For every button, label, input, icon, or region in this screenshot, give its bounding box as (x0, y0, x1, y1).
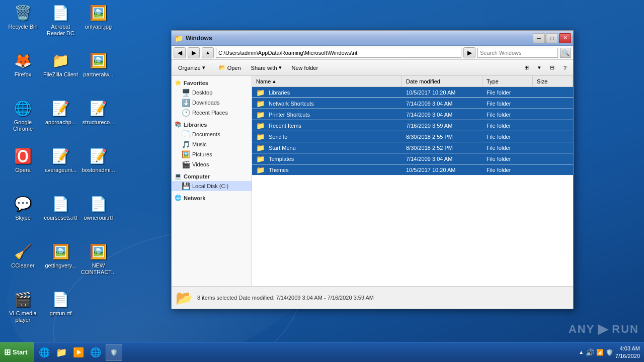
share-with-button[interactable]: Share with ▾ (247, 61, 286, 74)
desktop-icon-structureco[interactable]: 📝 structureco... (79, 98, 117, 126)
file-type-1: File folder (482, 101, 533, 107)
onlyapr-icon: 🖼️ (89, 3, 109, 23)
maximize-button[interactable]: □ (546, 33, 558, 43)
desktop-icon-opera[interactable]: 🅾️ Opera (4, 146, 42, 173)
view-dropdown-button[interactable]: ▾ (533, 61, 545, 74)
desktop-icon-gmtun[interactable]: 📄 gmtun.rtf (42, 289, 79, 317)
new-folder-button[interactable]: New folder (287, 61, 323, 74)
back-button[interactable]: ◀ (174, 47, 186, 58)
desktop-icon-onlyapr[interactable]: 🖼️ onlyapr.jpg (79, 3, 117, 30)
tray-clock[interactable]: 4:03 AM 7/16/2020 (615, 345, 640, 359)
forward-button[interactable]: ▶ (188, 47, 200, 58)
table-row[interactable]: 📁 Start Menu 8/30/2018 2:52 PM File fold… (252, 142, 573, 153)
organize-button[interactable]: Organize ▾ (174, 61, 210, 74)
tray-show-hidden[interactable]: ▲ (579, 349, 584, 355)
folder-icon-5: 📁 (256, 144, 265, 152)
search-input[interactable] (477, 48, 558, 58)
sidebar-item-downloads[interactable]: ⬇️ Downloads (172, 98, 252, 108)
sidebar-item-documents[interactable]: 📄 Documents (172, 129, 252, 139)
table-row[interactable]: 📁 Network Shortcuts 7/14/2009 3:04 AM Fi… (252, 98, 573, 109)
tray-volume-icon[interactable]: 🔊 (586, 348, 594, 356)
desktop-icon-bostonadmi[interactable]: 📝 bostonadmi... (79, 146, 117, 173)
start-button[interactable]: ⊞ Start (0, 342, 34, 363)
desktop-icon-ccleaner[interactable]: 🧹 CCleaner (4, 241, 42, 269)
column-header-size[interactable]: Size (533, 76, 573, 86)
desktop-icon-newcontract[interactable]: 🖼️ NEW CONTRACT... (79, 241, 117, 276)
tray-security-icon[interactable]: 🛡️ (606, 349, 613, 356)
sort-icon: ▴ (273, 78, 276, 84)
column-header-date[interactable]: Date modified (402, 76, 482, 86)
computer-section: 💻 Computer 💾 Local Disk (C:) (172, 171, 252, 191)
desktop-icon-ownerour[interactable]: 📄 ownerour.rtf (79, 194, 117, 221)
desktop-icon-recycle-bin[interactable]: 🗑️ Recycle Bin (4, 3, 42, 30)
opera-label: Opera (4, 167, 42, 173)
taskbar-explorer-icon[interactable]: 📁 (53, 344, 69, 360)
onlyapr-label: onlyapr.jpg (79, 24, 117, 30)
network-icon: 🌐 (175, 195, 182, 201)
desktop-icon-filezilla[interactable]: 📁 FileZilla Client (42, 50, 79, 78)
skype-label: Skype (4, 215, 42, 221)
open-button[interactable]: 📂 Open (214, 61, 246, 74)
table-row[interactable]: 📁 Themes 10/5/2017 10:20 AM File folder (252, 164, 573, 175)
table-row[interactable]: 📁 Printer Shortcuts 7/14/2009 3:04 AM Fi… (252, 109, 573, 120)
address-go-button[interactable]: ▶ (463, 47, 475, 58)
table-row[interactable]: 📁 Recent Items 7/16/2020 3:59 AM File fo… (252, 120, 573, 131)
watermark-text2: RUN (612, 323, 639, 336)
favorites-header[interactable]: ⭐ Favorites (172, 78, 252, 87)
help-button[interactable]: ? (559, 61, 571, 74)
details-pane-button[interactable]: ⊟ (545, 61, 559, 74)
vlc-label: VLC media player (4, 310, 42, 323)
tray-network-icon[interactable]: 📶 (596, 349, 604, 356)
view-toggle-button[interactable]: ⊞ (520, 61, 533, 74)
title-bar: 📁 Windows ─ □ ✕ (172, 31, 573, 46)
sidebar-item-desktop[interactable]: 🖥️ Desktop (172, 87, 252, 98)
libraries-header[interactable]: 📚 Libraries (172, 120, 252, 129)
taskbar-media-icon[interactable]: ▶️ (70, 344, 87, 360)
desktop-icon-coursesets[interactable]: 📄 coursesets.rtf (42, 194, 79, 221)
sidebar-item-videos[interactable]: 🎬 Videos (172, 159, 252, 169)
sidebar-item-music[interactable]: 🎵 Music (172, 139, 252, 149)
desktop-icon-skype[interactable]: 💬 Skype (4, 194, 42, 221)
desktop-icon-chrome[interactable]: 🌐 Google Chrome (4, 98, 42, 132)
ownerour-label: ownerour.rtf (79, 215, 117, 221)
taskbar-quick-launch: 🌐 📁 ▶️ 🌐 (34, 344, 106, 360)
averageuni-label: averageuni... (42, 167, 79, 173)
network-header[interactable]: 🌐 Network (172, 193, 252, 203)
sidebar-item-recent-places[interactable]: 🕐 Recent Places (172, 108, 252, 118)
up-button[interactable]: ▲ (202, 47, 214, 58)
table-row[interactable]: 📁 Templates 7/14/2009 3:04 AM File folde… (252, 153, 573, 164)
ccleaner-icon: 🧹 (13, 241, 33, 261)
desktop-icon-approachp[interactable]: 📝 approachp... (42, 98, 79, 126)
taskbar-chrome-icon[interactable]: 🌐 (88, 344, 104, 360)
file-type-7: File folder (482, 167, 533, 173)
desktop-icon-acrobat[interactable]: 📄 Acrobat Reader DC (42, 3, 79, 37)
computer-header[interactable]: 💻 Computer (172, 171, 252, 181)
sidebar-item-local-disk[interactable]: 💾 Local Disk (C:) (172, 181, 252, 191)
partneralw-label: partneralw... (79, 71, 117, 78)
gettingvery-label: gettingvery... (42, 262, 79, 269)
column-header-name[interactable]: Name ▴ (252, 76, 402, 86)
documents-icon: 📄 (182, 130, 190, 138)
close-button[interactable]: ✕ (559, 33, 571, 43)
desktop-icon-partneralw[interactable]: 🖼️ partneralw... (79, 50, 117, 78)
address-input[interactable] (216, 48, 461, 58)
approachp-label: approachp... (42, 119, 79, 126)
window-title: Windows (186, 35, 533, 42)
file-name-7: Themes (269, 167, 289, 173)
bostonadmi-icon: 📝 (89, 146, 109, 166)
desktop-icon-firefox[interactable]: 🦊 Firefox (4, 50, 42, 78)
recycle-bin-label: Recycle Bin (4, 24, 42, 30)
search-button[interactable]: 🔍 (560, 48, 571, 58)
desktop-icon-vlc[interactable]: 🎬 VLC media player (4, 289, 42, 323)
taskbar-ie-icon[interactable]: 🌐 (36, 344, 52, 360)
column-header-type[interactable]: Type (482, 76, 533, 86)
taskbar-explorer-app[interactable]: 🛡️ (106, 344, 122, 361)
table-row[interactable]: 📁 Libraries 10/5/2017 10:20 AM File fold… (252, 87, 573, 98)
sidebar-item-pictures[interactable]: 🖼️ Pictures (172, 149, 252, 159)
minimize-button[interactable]: ─ (533, 33, 545, 43)
videos-icon: 🎬 (182, 160, 190, 168)
table-row[interactable]: 📁 SendTo 8/30/2018 2:55 PM File folder (252, 131, 573, 142)
status-folder-icon: 📂 (176, 290, 193, 306)
desktop-icon-averageuni[interactable]: 📝 averageuni... (42, 146, 79, 173)
desktop-icon-gettingvery[interactable]: 🖼️ gettingvery... (42, 241, 79, 269)
